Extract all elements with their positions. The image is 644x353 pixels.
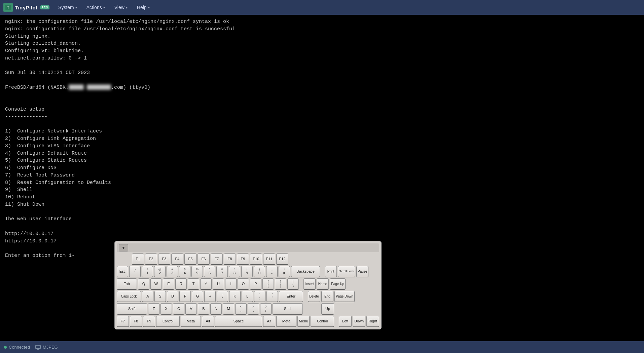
codec-status: MJPEG (35, 345, 58, 350)
key-a[interactable]: A (142, 291, 153, 302)
key-q[interactable]: Q (138, 278, 149, 290)
keyboard-collapse-button[interactable]: ▼ (119, 244, 128, 251)
key-meta-left[interactable]: Meta (181, 316, 201, 327)
key-x[interactable]: X (160, 303, 172, 315)
key-minus[interactable]: _- (266, 266, 278, 277)
key-esc[interactable]: Esc (117, 266, 128, 277)
key-backslash[interactable]: |\ (287, 278, 299, 290)
key-capslock[interactable]: Caps Lock (117, 291, 141, 302)
key-2[interactable]: @2 (154, 266, 166, 277)
menu-help[interactable]: Help ▾ (133, 3, 154, 12)
key-t[interactable]: T (188, 278, 199, 290)
key-h[interactable]: H (204, 291, 216, 302)
key-z[interactable]: Z (148, 303, 159, 315)
key-delete[interactable]: Delete (308, 291, 320, 302)
key-tab[interactable]: Tab (117, 278, 137, 290)
key-f3[interactable]: F3 (158, 253, 170, 265)
key-f6[interactable]: F6 (198, 253, 210, 265)
key-3[interactable]: #3 (167, 266, 178, 277)
key-comma[interactable]: <, (235, 303, 247, 315)
key-y[interactable]: Y (200, 278, 212, 290)
key-g[interactable]: G (192, 291, 203, 302)
key-ctrl-right[interactable]: Control (311, 316, 334, 327)
key-f9b[interactable]: F9 (143, 316, 155, 327)
key-j[interactable]: J (217, 291, 228, 302)
key-end[interactable]: End (321, 291, 333, 302)
terminal-display[interactable]: nginx: the configuration file /usr/local… (0, 15, 644, 341)
key-slash[interactable]: ?/ (260, 303, 272, 315)
key-tilde[interactable]: ~` (129, 266, 141, 277)
key-right[interactable]: Right (366, 316, 379, 327)
key-space[interactable]: Space (215, 316, 262, 327)
key-0[interactable]: )0 (254, 266, 265, 277)
key-f10[interactable]: F10 (250, 253, 262, 265)
key-insert[interactable]: Insert (303, 278, 316, 290)
key-9[interactable]: (9 (241, 266, 253, 277)
key-f9[interactable]: F9 (237, 253, 249, 265)
key-f7[interactable]: F7 (211, 253, 223, 265)
key-i[interactable]: I (225, 278, 237, 290)
key-placeholder-1 (308, 303, 320, 315)
key-shift-left[interactable]: Shift (117, 303, 147, 315)
key-w[interactable]: W (150, 278, 162, 290)
key-f11[interactable]: F11 (263, 253, 275, 265)
key-f4[interactable]: F4 (171, 253, 183, 265)
key-semicolon[interactable]: :; (254, 291, 265, 302)
key-k[interactable]: K (229, 291, 241, 302)
key-s[interactable]: S (154, 291, 166, 302)
key-f[interactable]: F (179, 291, 191, 302)
menu-actions[interactable]: Actions ▾ (82, 3, 109, 12)
key-l[interactable]: L (242, 291, 253, 302)
key-print[interactable]: Print (325, 266, 337, 277)
key-r[interactable]: R (175, 278, 187, 290)
key-shift-right[interactable]: Shift (273, 303, 303, 315)
key-f8[interactable]: F8 (224, 253, 236, 265)
key-1[interactable]: !1 (142, 266, 153, 277)
key-meta-right[interactable]: Meta (276, 316, 296, 327)
key-ctrl-left[interactable]: Control (156, 316, 180, 327)
key-quote[interactable]: "' (266, 291, 278, 302)
key-4[interactable]: $4 (179, 266, 190, 277)
key-period[interactable]: >. (248, 303, 259, 315)
key-c[interactable]: C (173, 303, 184, 315)
key-7[interactable]: &7 (216, 266, 228, 277)
key-backspace[interactable]: Backspace (291, 266, 320, 277)
key-pageup[interactable]: Page Up (330, 278, 346, 290)
key-f8b[interactable]: F8 (130, 316, 142, 327)
key-f2[interactable]: F2 (145, 253, 157, 265)
key-u[interactable]: U (213, 278, 224, 290)
key-alt-left[interactable]: Alt (202, 316, 214, 327)
key-6[interactable]: ^6 (204, 266, 215, 277)
key-scrolllock[interactable]: Scroll Lock (338, 266, 355, 277)
key-alt-right[interactable]: Alt (263, 316, 275, 327)
key-left[interactable]: Left (339, 316, 352, 327)
key-8[interactable]: *8 (229, 266, 240, 277)
key-f1[interactable]: F1 (132, 253, 144, 265)
key-pause[interactable]: Pause (356, 266, 368, 277)
key-down[interactable]: Down (353, 316, 365, 327)
key-p[interactable]: P (250, 278, 261, 290)
key-o[interactable]: O (238, 278, 249, 290)
key-5[interactable]: %5 (191, 266, 203, 277)
key-f12[interactable]: F12 (276, 253, 288, 265)
key-menu[interactable]: Menu (297, 316, 310, 327)
key-f7b[interactable]: F7 (117, 316, 129, 327)
chevron-down-icon: ▾ (75, 6, 77, 9)
key-up[interactable]: Up (321, 303, 334, 315)
key-b[interactable]: B (198, 303, 209, 315)
key-f5[interactable]: F5 (184, 253, 196, 265)
key-enter[interactable]: Enter (279, 291, 303, 302)
key-home[interactable]: Home (317, 278, 329, 290)
key-pagedown[interactable]: Page Down (334, 291, 355, 302)
key-lbracket[interactable]: {[ (262, 278, 274, 290)
menu-system[interactable]: System ▾ (54, 3, 81, 12)
key-rbracket[interactable]: }] (275, 278, 286, 290)
keyboard-row-numbers: Esc ~` !1 @2 #3 $4 %5 ^6 &7 *8 (9 )0 _- … (117, 266, 379, 277)
key-e[interactable]: E (163, 278, 174, 290)
key-d[interactable]: D (167, 291, 178, 302)
key-n[interactable]: N (210, 303, 222, 315)
key-equals[interactable]: += (279, 266, 290, 277)
menu-view[interactable]: View ▾ (110, 3, 132, 12)
key-v[interactable]: V (185, 303, 197, 315)
key-m[interactable]: M (223, 303, 234, 315)
